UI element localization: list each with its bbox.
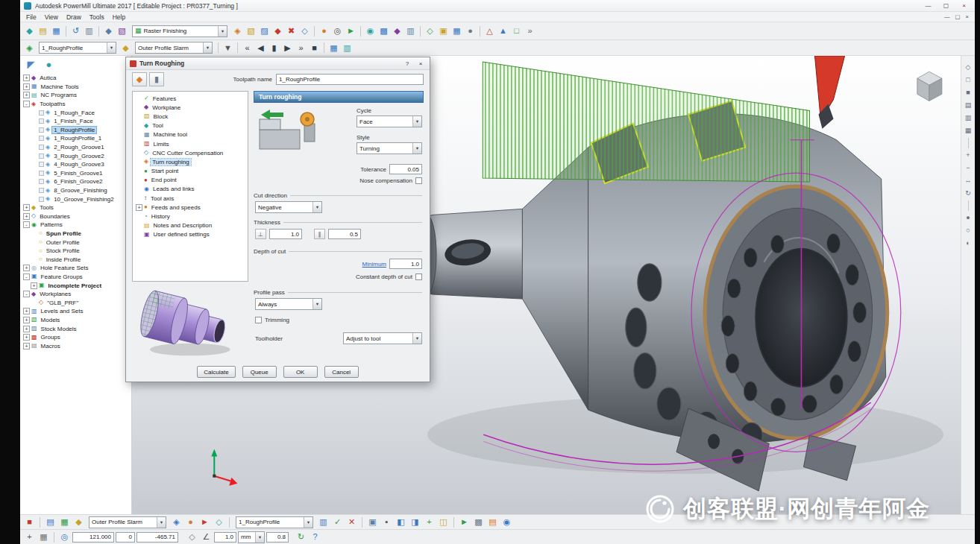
angle-icon[interactable]: ∠ <box>200 531 213 543</box>
write-nc-icon[interactable]: ▦ <box>58 516 71 528</box>
style-select[interactable]: Turning ▼ <box>356 142 422 154</box>
status-help-icon[interactable]: ? <box>309 531 321 543</box>
mirror-toolpath-icon[interactable]: ◧ <box>395 516 407 528</box>
tree-item-4-rough-groove3[interactable]: ◈4_Rough_Groove3 <box>22 160 131 169</box>
save-project-icon[interactable]: ▦ <box>50 25 63 37</box>
tree-item-inside-profile[interactable]: ○Inside Profile <box>22 255 131 264</box>
tree-item-3-rough-groove2[interactable]: ◈3_Rough_Groove2 <box>22 151 131 160</box>
collision-check-icon[interactable]: ✕ <box>345 516 358 528</box>
menu-help[interactable]: Help <box>113 13 125 21</box>
chevron-down-icon[interactable]: ▼ <box>157 517 166 528</box>
toolpath-name-input[interactable]: 1_RoughProfile <box>276 74 424 85</box>
tree-item-stock-models[interactable]: +▨Stock Models <box>22 324 131 333</box>
zoom-out-icon[interactable]: − <box>963 162 974 174</box>
pause-icon[interactable]: ▮ <box>268 42 280 54</box>
view-top-icon[interactable]: □ <box>963 75 974 86</box>
tree-item-machine-tools[interactable]: +▦Machine Tools <box>22 83 131 92</box>
tree-item-1-roughprofile-1[interactable]: ◈1_RoughProfile_1 <box>22 134 131 143</box>
toolpath-strategies-icon[interactable]: ◈ <box>231 25 244 37</box>
view-back-icon[interactable]: ▦ <box>963 125 974 136</box>
cut-moves-icon[interactable]: ✖ <box>285 25 298 37</box>
workplane-icon[interactable]: ◆ <box>391 25 403 37</box>
dialog-tree-item-user-defined-settings[interactable]: ▣User defined settings <box>134 230 246 239</box>
go-to-end-icon[interactable]: » <box>295 42 307 54</box>
strategy-select[interactable]: ▦ Raster Finishing ▼ <box>132 25 227 37</box>
close-button[interactable]: × <box>957 1 971 10</box>
shade-toggle-icon[interactable]: ● <box>963 212 974 224</box>
expander-icon[interactable]: + <box>23 92 30 98</box>
project-menu-icon[interactable]: ◆ <box>23 25 36 37</box>
toolbar-overflow-icon[interactable]: » <box>524 25 536 37</box>
tool-database-icon[interactable]: ◆ <box>72 516 85 528</box>
axial-thickness-icon[interactable]: ∥ <box>314 229 325 239</box>
zoom-in-icon[interactable]: + <box>963 150 974 161</box>
x-coordinate-field[interactable]: 121.000 <box>72 532 114 543</box>
status-tool-select[interactable]: Outer Profile Slarm ▼ <box>89 516 166 528</box>
boundary-icon[interactable]: ◉ <box>364 25 377 37</box>
view-right-icon[interactable]: ▤ <box>963 100 974 111</box>
dialog-help-button[interactable]: ? <box>402 59 412 69</box>
tree-item-glb-prf[interactable]: ◇"GLB_PRF" <box>22 298 131 307</box>
tree-item-1-roughprofile[interactable]: ◈1_RoughProfile <box>22 126 131 135</box>
expander-icon[interactable]: + <box>23 213 30 220</box>
menu-view[interactable]: View <box>45 13 58 21</box>
step-field[interactable]: 0.8 <box>266 532 289 543</box>
stop-icon[interactable]: ■ <box>308 42 321 54</box>
radial-thickness-icon[interactable]: ⊥ <box>255 229 266 239</box>
tree-item-autica[interactable]: +◆Autica <box>22 74 131 83</box>
tree-item-10-groove-finishing2[interactable]: ◈10_Groove_Finishing2 <box>22 194 131 203</box>
dialog-tree-item-machine-tool[interactable]: ▦Machine tool <box>134 130 246 139</box>
tolerance-input[interactable]: 0.05 <box>389 164 422 174</box>
dialog-tree-item-end-point[interactable]: ●End point <box>134 176 246 185</box>
constant-depth-checkbox[interactable] <box>415 273 422 280</box>
tree-item-toolpaths[interactable]: -◈Toolpaths <box>22 100 131 109</box>
feed-rate-icon[interactable]: ● <box>184 516 197 528</box>
chevron-down-icon[interactable]: ▼ <box>412 143 421 154</box>
expander-icon[interactable]: - <box>23 221 30 228</box>
cut-direction-select[interactable]: Negative ▼ <box>255 201 322 213</box>
iso-view-icon[interactable]: ▲ <box>497 25 509 37</box>
cycle-select[interactable]: Face ▼ <box>356 116 422 127</box>
tree-item-hole-feature-sets[interactable]: +◎Hole Feature Sets <box>22 264 131 273</box>
dialog-tree-item-tool-axis[interactable]: ↕Tool axis <box>134 194 246 203</box>
pattern-icon[interactable]: ▩ <box>377 25 390 37</box>
tree-item-1-finish-face[interactable]: ◈1_Finish_Face <box>22 117 131 126</box>
block-icon[interactable]: ▧ <box>245 25 257 37</box>
wireframe-toggle-icon[interactable]: ○ <box>963 225 974 236</box>
mdi-minimize-button[interactable]: — <box>944 13 950 20</box>
dialog-tree-item-notes-and-description[interactable]: ▤Notes and Description <box>134 221 246 230</box>
radial-thickness-input[interactable]: 1.0 <box>269 229 302 239</box>
nc-output-icon[interactable]: ▤ <box>486 516 499 528</box>
clipboard-icon[interactable]: ▣ <box>437 25 450 37</box>
tree-item-boundaries[interactable]: +◇Boundaries <box>22 212 131 221</box>
resize-to-fit-icon[interactable]: □ <box>510 25 523 37</box>
append-toolpath-icon[interactable]: + <box>423 516 436 528</box>
step-back-icon[interactable]: ◀ <box>254 42 267 54</box>
feeds-and-speeds-icon[interactable]: ● <box>318 25 330 37</box>
viewmill-exit-icon[interactable]: ▥ <box>341 42 354 54</box>
tree-item-8-groove-finishing[interactable]: ◈8_Groove_Finishing <box>22 186 131 195</box>
expander-icon[interactable]: + <box>23 83 30 90</box>
expander-icon[interactable]: + <box>23 308 30 314</box>
chevron-down-icon[interactable]: ▼ <box>203 42 212 53</box>
expander-icon[interactable]: - <box>23 273 30 280</box>
expander-icon[interactable]: + <box>23 75 30 81</box>
tree-item-models[interactable]: +▧Models <box>22 316 131 325</box>
tree-item-nc-programs[interactable]: +▤NC Programs <box>22 91 131 100</box>
play-simulation-icon[interactable]: ► <box>345 25 357 37</box>
tool-holder-button[interactable]: ▮ <box>149 72 164 86</box>
view-cube[interactable] <box>917 72 942 101</box>
dialog-tree-item-features[interactable]: ✓Features <box>134 94 246 103</box>
batch-process-icon[interactable]: ▣ <box>366 516 379 528</box>
active-toolpath-icon[interactable]: ◈ <box>23 42 36 54</box>
chevron-down-icon[interactable]: ▼ <box>255 532 264 543</box>
dialog-tree-item-tool[interactable]: ◆Tool <box>134 121 246 130</box>
select-icon[interactable]: ◆ <box>102 25 115 37</box>
expander-icon[interactable]: - <box>23 291 30 297</box>
refresh-icon[interactable]: ↻ <box>295 531 307 543</box>
mdi-restore-button[interactable]: ▢ <box>955 13 961 20</box>
maximize-button[interactable]: ▢ <box>939 1 953 10</box>
tree-item-6-finish-groove2[interactable]: ◈6_Finish_Groove2 <box>22 177 131 186</box>
expander-icon[interactable]: + <box>23 326 30 332</box>
split-toolpath-icon[interactable]: ◫ <box>437 516 450 528</box>
